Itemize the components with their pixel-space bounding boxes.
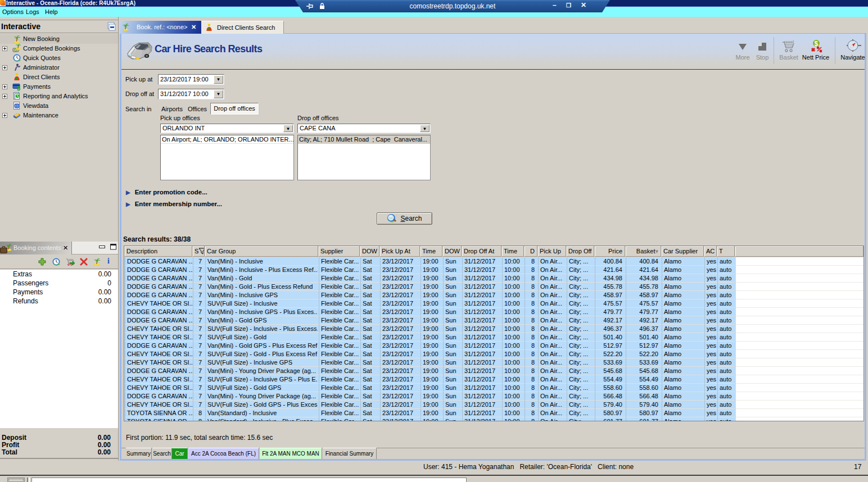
svg-text:$: $: [17, 85, 20, 91]
svg-text:$: $: [815, 40, 819, 48]
